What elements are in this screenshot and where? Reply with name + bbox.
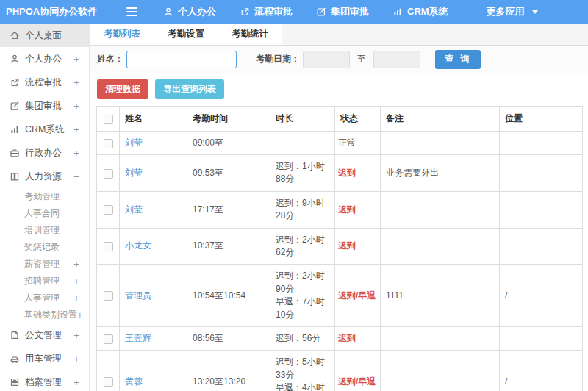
row-checkbox[interactable]: [104, 205, 113, 215]
expand-plus-icon[interactable]: +: [73, 354, 80, 365]
chart-icon: [392, 7, 403, 17]
sidebar-subitem-4[interactable]: 奖惩记录: [0, 239, 89, 256]
sidebar-item-6[interactable]: 行政办公+: [0, 141, 89, 165]
attendance-time-cell: 13:20至13:20: [187, 351, 270, 391]
status-badge: 迟到: [338, 168, 356, 178]
expand-plus-icon[interactable]: +: [73, 148, 80, 159]
nav-item-label: 流程审批: [254, 5, 293, 18]
expand-plus-icon[interactable]: +: [73, 259, 80, 270]
expand-plus-icon[interactable]: +: [73, 124, 80, 135]
sidebar-subitem-5[interactable]: 薪资管理+: [0, 256, 89, 273]
sidebar-subitem-label: 招聘管理: [24, 275, 73, 287]
tab-2[interactable]: 考勤设置: [154, 24, 218, 45]
sidebar-subitem-label: 基础类别设置: [24, 309, 77, 321]
expand-plus-icon[interactable]: +: [73, 101, 80, 112]
expand-plus-icon[interactable]: +: [73, 54, 80, 65]
table-row: 刘莹09:53至迟到：1小时88分迟到业务需要外出: [97, 155, 583, 192]
select-all-checkbox[interactable]: [104, 115, 113, 124]
date-to-input[interactable]: [373, 51, 420, 68]
name-label: 姓名：: [97, 53, 123, 65]
employee-name-link[interactable]: 管理员: [125, 290, 151, 301]
table-row: 小龙女10:37至迟到：2小时62分迟到: [97, 228, 583, 265]
expand-plus-icon[interactable]: +: [73, 276, 80, 287]
employee-name-link[interactable]: 黄蓉: [125, 376, 143, 387]
top-nav: 个人办公流程审批集团审批CRM系统更多应用: [163, 5, 538, 18]
tab-label: 考勤列表: [104, 29, 140, 39]
nav-item-4[interactable]: CRM系统: [392, 5, 448, 18]
attendance-time-cell: 09:00至: [187, 132, 270, 155]
name-input[interactable]: [126, 51, 237, 68]
table-row: 管理员10:54至10:54迟到：2小时90分 早退：7小时10分迟到/早退11…: [97, 265, 583, 327]
tab-3[interactable]: 考勤统计: [218, 24, 282, 45]
main-content: 考勤列表考勤设置考勤统计 姓名： 考勤日期： 至 查 询 清理数据 导出查询列表…: [90, 24, 588, 391]
menu-toggle-icon[interactable]: [126, 5, 140, 18]
flow-icon: [10, 77, 20, 87]
attendance-time-cell: 10:54至10:54: [187, 265, 270, 327]
query-button[interactable]: 查 询: [435, 50, 481, 69]
caret-down-icon: [532, 10, 538, 14]
note-cell: [381, 228, 500, 265]
duration-cell: 迟到：2小时90分 早退：7小时10分: [270, 265, 335, 327]
row-checkbox[interactable]: [104, 377, 113, 387]
date-from-input[interactable]: [303, 51, 350, 68]
nav-item-5[interactable]: 更多应用: [472, 5, 538, 18]
expand-plus-icon[interactable]: +: [73, 330, 80, 341]
location-cell: /: [500, 265, 583, 327]
sidebar-item-2[interactable]: 个人办公+: [0, 47, 89, 71]
clear-data-button[interactable]: 清理数据: [97, 79, 148, 99]
row-checkbox[interactable]: [104, 291, 113, 301]
nav-item-3[interactable]: 集团审批: [316, 5, 369, 18]
sidebar-subitem-6[interactable]: 招聘管理+: [0, 273, 89, 290]
sidebar-item-1[interactable]: 个人桌面: [0, 24, 89, 47]
nav-item-label: 更多应用: [487, 5, 525, 18]
sidebar-item-7[interactable]: 人力资源−: [0, 165, 89, 188]
sidebar-item-3[interactable]: 流程审批+: [0, 71, 89, 94]
expand-plus-icon[interactable]: +: [77, 309, 83, 320]
sidebar-item-10[interactable]: 档案管理+: [0, 370, 89, 391]
employee-name-link[interactable]: 刘莹: [125, 168, 143, 178]
sidebar-subitem-label: 薪资管理: [24, 258, 73, 270]
note-cell: 业务需要外出: [381, 155, 500, 192]
briefcase-icon: [10, 148, 20, 158]
location-cell: [500, 191, 583, 228]
employee-name-link[interactable]: 刘莹: [125, 204, 143, 215]
employee-name-link[interactable]: 王壹辉: [125, 333, 151, 343]
sidebar-subitem-2[interactable]: 人事合同: [0, 205, 89, 222]
sidebar-item-9[interactable]: 用车管理+: [0, 347, 89, 370]
export-list-button[interactable]: 导出查询列表: [155, 79, 224, 99]
nav-item-2[interactable]: 流程审批: [240, 5, 293, 18]
sidebar-item-5[interactable]: CRM系统+: [0, 118, 89, 141]
employee-name-link[interactable]: 小龙女: [125, 240, 151, 251]
note-cell: [381, 191, 500, 228]
archive-icon: [10, 377, 20, 387]
row-checkbox[interactable]: [104, 334, 113, 344]
flow-icon: [240, 7, 250, 17]
employee-name-link[interactable]: 刘莹: [125, 137, 143, 148]
sidebar-subitem-label: 人事合同: [24, 207, 73, 220]
status-badge: 迟到/早退: [338, 290, 376, 301]
attendance-time-cell: 09:53至: [187, 155, 270, 192]
sidebar-item-label: 用车管理: [25, 353, 73, 365]
sidebar-subitem-3[interactable]: 培训管理: [0, 222, 89, 239]
sidebar-item-label: 档案管理: [25, 376, 73, 389]
nav-item-1[interactable]: 个人办公: [163, 5, 216, 18]
table-row: 黄蓉13:20至13:20迟到：5小时33分 早退：4小时67分迟到/早退/: [97, 351, 583, 391]
tab-1[interactable]: 考勤列表: [90, 24, 154, 45]
row-checkbox[interactable]: [104, 169, 113, 179]
status-badge: 迟到/早退: [338, 376, 376, 387]
collapse-minus-icon[interactable]: −: [73, 171, 80, 182]
sidebar-item-8[interactable]: 公文管理+: [0, 323, 89, 347]
expand-plus-icon[interactable]: +: [73, 377, 80, 388]
row-checkbox[interactable]: [104, 242, 113, 251]
sidebar-subitem-label: 人事管理: [24, 292, 73, 304]
expand-plus-icon[interactable]: +: [73, 77, 80, 88]
sidebar-subitem-7[interactable]: 人事管理+: [0, 290, 89, 306]
sidebar-item-4[interactable]: 集团审批+: [0, 94, 89, 118]
sidebar-subitem-1[interactable]: 考勤管理: [0, 188, 89, 205]
duration-cell: [270, 132, 335, 155]
sidebar-subitem-8[interactable]: 基础类别设置+: [0, 306, 89, 323]
row-checkbox[interactable]: [104, 139, 113, 148]
column-header: 状态: [335, 107, 381, 132]
expand-plus-icon[interactable]: +: [73, 293, 80, 304]
table-row: 刘莹17:17至迟到：9小时28分迟到: [97, 191, 583, 228]
